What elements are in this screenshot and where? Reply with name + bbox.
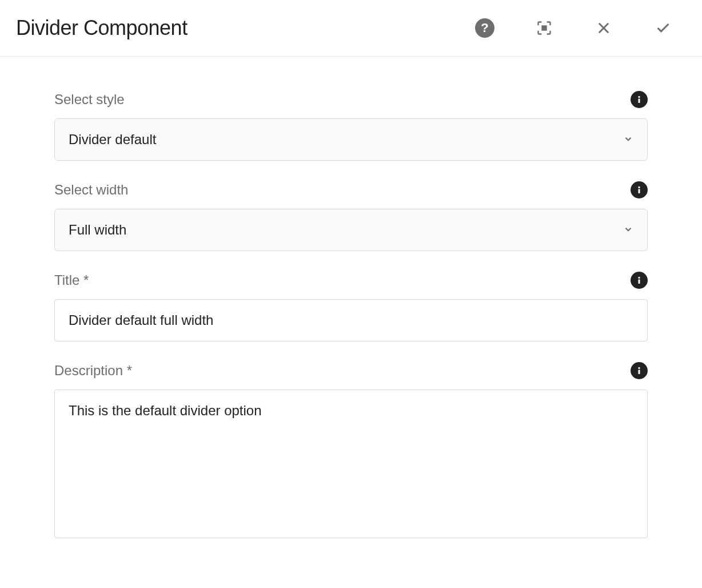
field-label-row: Select width <box>54 181 648 198</box>
svg-point-7 <box>638 367 640 369</box>
fullscreen-icon <box>536 20 552 36</box>
checkmark-icon <box>655 20 671 36</box>
close-button[interactable] <box>592 17 615 39</box>
width-select[interactable]: Full width <box>54 209 648 251</box>
style-select-value: Divider default <box>69 132 156 148</box>
width-select-value: Full width <box>69 222 126 238</box>
dialog-title: Divider Component <box>16 16 188 40</box>
field-label-row: Description * <box>54 362 648 379</box>
width-info-button[interactable] <box>631 181 648 198</box>
field-width: Select width Full width <box>54 181 648 251</box>
description-info-button[interactable] <box>631 362 648 379</box>
chevron-down-icon <box>623 222 633 238</box>
style-select[interactable]: Divider default <box>54 118 648 161</box>
info-icon <box>634 365 644 376</box>
svg-rect-6 <box>639 280 640 284</box>
description-textarea[interactable] <box>54 390 648 538</box>
info-icon <box>634 185 644 195</box>
dialog-container: Divider Component ? <box>0 0 702 584</box>
title-label: Title * <box>54 272 89 288</box>
title-input[interactable] <box>54 299 648 341</box>
info-icon <box>634 275 644 285</box>
svg-point-5 <box>638 277 640 279</box>
svg-point-3 <box>638 186 640 188</box>
field-title: Title * <box>54 272 648 341</box>
svg-point-1 <box>638 96 640 98</box>
field-description: Description * <box>54 362 648 541</box>
dialog-content: Select style Divider default <box>0 57 702 584</box>
field-label-row: Select style <box>54 91 648 108</box>
field-label-row: Title * <box>54 272 648 289</box>
field-style: Select style Divider default <box>54 91 648 161</box>
style-label: Select style <box>54 92 125 108</box>
confirm-button[interactable] <box>652 17 675 39</box>
svg-rect-4 <box>639 189 640 194</box>
help-button[interactable]: ? <box>473 17 496 39</box>
info-icon <box>634 94 644 105</box>
title-info-button[interactable] <box>631 272 648 289</box>
fullscreen-button[interactable] <box>533 17 556 39</box>
chevron-down-icon <box>623 132 633 148</box>
width-label: Select width <box>54 182 128 198</box>
header-actions: ? <box>473 17 675 39</box>
svg-rect-8 <box>639 370 640 375</box>
dialog-header: Divider Component ? <box>0 0 702 57</box>
style-info-button[interactable] <box>631 91 648 108</box>
svg-rect-0 <box>541 25 547 30</box>
help-icon: ? <box>475 18 494 38</box>
close-icon <box>596 20 612 36</box>
description-label: Description * <box>54 363 132 379</box>
svg-rect-2 <box>639 99 640 104</box>
